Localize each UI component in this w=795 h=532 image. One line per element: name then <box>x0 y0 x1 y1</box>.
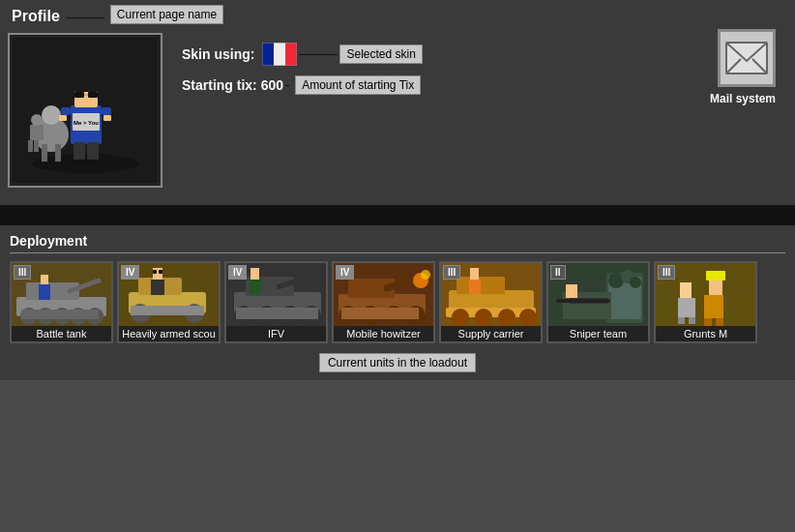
svg-rect-15 <box>102 107 111 115</box>
svg-rect-13 <box>74 84 98 92</box>
units-grid: IIIBattle tank IVHeavily armed scou IVIF… <box>10 261 785 343</box>
unit-name: Heavily armed scou <box>119 326 219 341</box>
starting-tix-label: Starting tix: <box>182 77 257 93</box>
svg-rect-64 <box>250 268 259 280</box>
svg-rect-16 <box>59 115 67 121</box>
svg-rect-28 <box>285 43 297 66</box>
svg-rect-99 <box>706 271 725 281</box>
svg-point-23 <box>31 114 43 126</box>
svg-rect-26 <box>262 43 274 66</box>
svg-rect-103 <box>680 282 692 298</box>
svg-rect-94 <box>566 284 577 298</box>
unit-badge: II <box>550 265 566 280</box>
selected-skin-label: Selected skin <box>339 44 422 64</box>
unit-card[interactable]: IVIFV <box>224 261 328 343</box>
mail-button[interactable] <box>718 29 776 87</box>
unit-name: Sniper team <box>548 326 648 341</box>
svg-rect-44 <box>39 284 50 300</box>
svg-rect-52 <box>153 270 157 274</box>
svg-text:Me > You: Me > You <box>74 120 99 126</box>
svg-rect-101 <box>704 318 712 326</box>
svg-rect-100 <box>704 295 723 318</box>
svg-rect-14 <box>61 107 71 115</box>
svg-rect-63 <box>236 308 318 319</box>
svg-point-3 <box>42 105 61 125</box>
unit-badge: IV <box>228 265 247 280</box>
svg-rect-4 <box>42 144 47 162</box>
svg-rect-42 <box>21 310 99 319</box>
unit-name: Grunts M <box>656 326 755 341</box>
flag-icon <box>262 43 297 66</box>
svg-rect-85 <box>470 268 479 280</box>
svg-rect-74 <box>341 308 419 319</box>
svg-rect-24 <box>28 140 33 152</box>
svg-rect-11 <box>88 92 98 98</box>
svg-rect-86 <box>469 280 481 294</box>
svg-rect-27 <box>274 43 285 66</box>
svg-rect-102 <box>716 318 723 326</box>
svg-rect-21 <box>85 160 99 165</box>
unit-card[interactable]: IISniper team <box>546 261 650 343</box>
svg-rect-20 <box>72 160 85 165</box>
skin-using-label: Skin using: <box>182 46 254 62</box>
avatar: Me > You <box>8 33 162 188</box>
svg-rect-105 <box>678 317 685 324</box>
svg-rect-65 <box>250 280 261 294</box>
svg-rect-17 <box>103 115 111 121</box>
svg-rect-10 <box>74 92 84 98</box>
svg-rect-25 <box>34 140 39 152</box>
unit-name: Mobile howitzer <box>334 326 433 341</box>
unit-badge: III <box>14 265 31 280</box>
tix-value: 600 <box>261 77 283 93</box>
page-title: Profile <box>8 6 64 27</box>
svg-point-76 <box>421 270 430 280</box>
mail-system-label: Mail system <box>704 92 781 105</box>
svg-rect-5 <box>55 144 61 162</box>
svg-rect-54 <box>151 280 164 295</box>
unit-badge: III <box>443 265 460 280</box>
unit-name: IFV <box>226 326 326 341</box>
profile-content: Me > You <box>8 33 787 188</box>
unit-card[interactable]: IVHeavily armed scou <box>117 261 221 343</box>
unit-badge: IV <box>121 265 139 280</box>
mail-icon <box>725 42 768 74</box>
unit-card[interactable]: IIISupply carrier <box>439 261 543 343</box>
unit-badge: IV <box>336 265 354 280</box>
svg-point-92 <box>630 277 641 288</box>
unit-badge: III <box>658 265 675 280</box>
amount-label: Amount of starting Tix <box>295 75 421 95</box>
unit-card[interactable]: IVMobile howitzer <box>332 261 435 343</box>
unit-card[interactable]: IIIGrunts M <box>654 261 757 343</box>
svg-point-83 <box>498 309 515 326</box>
skin-row: Skin using: Selected skin <box>182 43 423 66</box>
svg-rect-19 <box>87 142 99 162</box>
svg-rect-43 <box>41 275 48 284</box>
svg-point-81 <box>452 309 469 326</box>
svg-rect-104 <box>678 298 695 317</box>
svg-point-82 <box>475 309 492 326</box>
deployment-title: Deployment <box>10 233 785 253</box>
unit-card[interactable]: IIIBattle tank <box>10 261 113 343</box>
callout-container: Current units in the loadout <box>10 349 785 372</box>
svg-rect-50 <box>131 306 204 315</box>
svg-rect-18 <box>74 142 85 162</box>
svg-point-84 <box>519 309 537 326</box>
unit-name: Battle tank <box>12 326 111 341</box>
svg-rect-22 <box>30 125 44 140</box>
page-name-label: Current page name <box>110 5 223 24</box>
profile-info: Skin using: Selected skin Starting tix: … <box>182 33 423 95</box>
deployment-section: Deployment IIIBattle tank IVHeavil <box>0 225 795 380</box>
profile-section: Profile Current page name Me > You <box>0 0 795 208</box>
section-divider <box>0 208 795 225</box>
units-callout-label: Current units in the loadout <box>319 353 476 372</box>
svg-rect-106 <box>689 317 695 324</box>
svg-rect-53 <box>159 270 162 274</box>
avatar-image: Me > You <box>13 38 158 183</box>
unit-name: Supply carrier <box>441 326 541 341</box>
tix-row: Starting tix: 600 Amount of starting Tix <box>182 75 423 95</box>
